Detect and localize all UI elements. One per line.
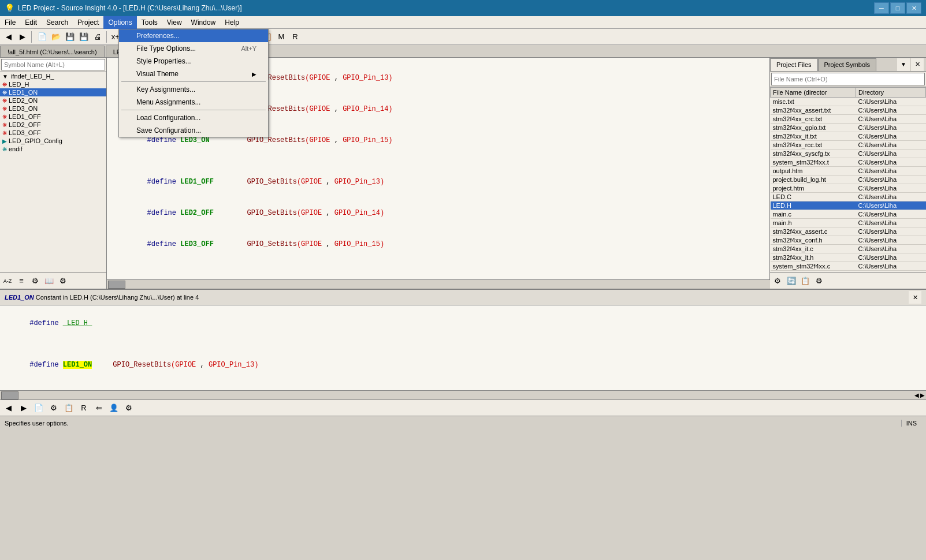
tree-item-ifndef[interactable]: ▼ ifndef_LED_H_ xyxy=(0,72,106,80)
save-button[interactable]: 💾 xyxy=(64,31,76,43)
file-name-cell: stm32f4xx_it.h xyxy=(771,253,856,262)
menu-preferences[interactable]: Preferences... xyxy=(119,29,268,42)
sym-b3-button[interactable]: 📖 xyxy=(43,275,55,288)
menu-help[interactable]: Help xyxy=(220,16,244,29)
new-button[interactable]: 📄 xyxy=(36,31,49,43)
file-table-row[interactable]: stm32f4xx_assert.c C:\Users\Liha xyxy=(771,227,926,236)
editor-hscrollbar[interactable] xyxy=(107,279,770,289)
file-table-row[interactable]: LED.C C:\Users\Liha xyxy=(771,193,926,201)
file-table-row[interactable]: stm32f4xx_syscfg.tx C:\Users\Liha xyxy=(771,150,926,158)
btm-b5[interactable]: ⇐ xyxy=(92,402,105,415)
btm-forward-button[interactable]: ▶ xyxy=(17,402,30,415)
tree-symbol-icon: ❋ xyxy=(2,130,7,136)
file-table-row[interactable]: system_stm32f4xx.c C:\Users\Liha xyxy=(771,262,926,271)
btm-b1[interactable]: 📄 xyxy=(32,402,45,415)
ins-indicator: INS xyxy=(901,420,921,427)
btm-b6[interactable]: 👤 xyxy=(107,402,120,415)
rpanel-tb2[interactable]: 🔄 xyxy=(785,275,798,288)
file-table-row[interactable]: stm32f4xx_assert.txt C:\Users\Liha xyxy=(771,106,926,115)
file-name-cell: misc.txt xyxy=(771,98,856,106)
tree-symbol-icon: ❋ xyxy=(2,98,7,104)
menu-view[interactable]: View xyxy=(162,16,187,29)
tree-item-led2on[interactable]: ❋ LED2_ON xyxy=(0,96,106,104)
tree-item-led1on[interactable]: ❋ LED1_ON xyxy=(0,88,106,96)
tab-all5f[interactable]: !all_5f.html (C:\Users\...\search) xyxy=(0,46,105,57)
tree-symbol-icon: ❋ xyxy=(2,106,7,112)
file-table-row[interactable]: stm32f4xx_crc.txt C:\Users\Liha xyxy=(771,115,926,124)
file-table-row[interactable]: stm32f4xx_it.h C:\Users\Liha xyxy=(771,253,926,262)
file-name-cell: LED.C xyxy=(771,193,856,201)
tree-item-led3on[interactable]: ❋ LED3_ON xyxy=(0,104,106,113)
file-table-row[interactable]: project.build_log.ht C:\Users\Liha xyxy=(771,176,926,184)
col-filename: File Name (director xyxy=(771,88,856,98)
file-search-input[interactable] xyxy=(771,73,925,85)
tree-item-led-h[interactable]: ❋ LED_H xyxy=(0,80,106,88)
open-button[interactable]: 📂 xyxy=(50,31,62,43)
menu-search[interactable]: Search xyxy=(42,16,73,29)
file-table-row[interactable]: stm32f4xx_conf.h C:\Users\Liha xyxy=(771,236,926,245)
close-button[interactable]: ✕ xyxy=(906,2,921,14)
sym-b4-button[interactable]: ⚙ xyxy=(57,275,69,288)
menu-file-type-options[interactable]: File Type Options... Alt+Y xyxy=(119,42,268,55)
rpanel-tb1[interactable]: ⚙ xyxy=(771,275,784,288)
file-table-row[interactable]: misc.txt C:\Users\Liha xyxy=(771,98,926,106)
tb-b7[interactable]: M xyxy=(275,31,288,43)
rpanel-tb4[interactable]: ⚙ xyxy=(813,275,825,288)
sym-az-button[interactable]: A-Z xyxy=(1,275,14,288)
file-table-row[interactable]: LED.H C:\Users\Liha xyxy=(771,201,926,210)
file-table-row[interactable]: stm32f4xx_rcc.txt C:\Users\Liha xyxy=(771,141,926,150)
btm-b3[interactable]: 📋 xyxy=(62,402,75,415)
tree-item-led3off[interactable]: ❋ LED3_OFF xyxy=(0,129,106,137)
menu-project[interactable]: Project xyxy=(73,16,103,29)
tree-item-led2off[interactable]: ❋ LED2_OFF xyxy=(0,121,106,129)
bottom-close-button[interactable]: ✕ xyxy=(909,291,921,304)
print-button[interactable]: 🖨 xyxy=(91,31,104,43)
sym-b2-button[interactable]: ⚙ xyxy=(29,275,42,288)
menu-visual-theme[interactable]: Visual Theme ▶ xyxy=(119,68,268,80)
btm-b7[interactable]: ⚙ xyxy=(122,402,135,415)
symbol-search-input[interactable] xyxy=(1,59,105,70)
rpanel-tab-files[interactable]: Project Files xyxy=(770,58,818,71)
file-table-row[interactable]: stm32f4xx_it.c C:\Users\Liha xyxy=(771,245,926,253)
tree-item-endif[interactable]: ❋ endif xyxy=(0,145,106,153)
file-table-row[interactable]: output.htm C:\Users\Liha xyxy=(771,167,926,176)
file-table-row[interactable]: main.c C:\Users\Liha xyxy=(771,210,926,219)
maximize-button[interactable]: □ xyxy=(890,2,905,14)
forward-button[interactable]: ▶ xyxy=(16,31,29,43)
file-table-row[interactable]: main.h C:\Users\Liha xyxy=(771,219,926,227)
tree-item-led1off[interactable]: ❋ LED1_OFF xyxy=(0,113,106,121)
tree-item-gpio-config[interactable]: ▶ LED_GPIO_Config xyxy=(0,137,106,145)
menu-edit[interactable]: Edit xyxy=(20,16,42,29)
menu-file[interactable]: File xyxy=(0,16,20,29)
menu-options[interactable]: Options xyxy=(103,16,136,29)
btm-b4[interactable]: R xyxy=(77,402,90,415)
bottom-hscrollbar[interactable]: ◀ ▶ xyxy=(0,390,926,400)
file-table-row[interactable]: stm32f4xx_it.txt C:\Users\Liha xyxy=(771,132,926,141)
btm-b2[interactable]: ⚙ xyxy=(47,402,60,415)
menu-save-config[interactable]: Save Configuration... xyxy=(119,124,268,137)
tree-item-label: LED2_OFF xyxy=(9,121,41,128)
file-name-cell: output.htm xyxy=(771,167,856,176)
file-table-row[interactable]: stm32f4xx_gpio.txt C:\Users\Liha xyxy=(771,124,926,132)
save-all-button[interactable]: 💾 xyxy=(77,31,90,43)
rpanel-tab-symbols[interactable]: Project Symbols xyxy=(818,58,876,71)
menu-load-config[interactable]: Load Configuration... xyxy=(119,111,268,124)
file-dir-cell: C:\Users\Liha xyxy=(856,98,925,106)
tb-b8[interactable]: R xyxy=(289,31,302,43)
sym-b1-button[interactable]: ≡ xyxy=(15,275,28,288)
menu-style-properties[interactable]: Style Properties... xyxy=(119,55,268,68)
rpanel-tb3[interactable]: 📋 xyxy=(799,275,812,288)
minimize-button[interactable]: ─ xyxy=(874,2,889,14)
back-button[interactable]: ◀ xyxy=(2,31,15,43)
file-table-row[interactable]: project.htm C:\Users\Liha xyxy=(771,184,926,193)
btm-back-button[interactable]: ◀ xyxy=(2,402,15,415)
menu-tools[interactable]: Tools xyxy=(137,16,162,29)
menu-menu-assignments[interactable]: Menu Assignments... xyxy=(119,96,268,109)
file-table-row[interactable]: system_stm32f4xx.t C:\Users\Liha xyxy=(771,158,926,167)
file-dir-cell: C:\Users\Liha xyxy=(856,158,925,167)
tree-symbol-icon: ❋ xyxy=(2,81,7,88)
menu-key-assignments[interactable]: Key Assignments... xyxy=(119,83,268,96)
rpanel-close-button[interactable]: ✕ xyxy=(911,58,924,71)
menu-window[interactable]: Window xyxy=(187,16,221,29)
rpanel-dropdown-button[interactable]: ▼ xyxy=(897,58,910,71)
